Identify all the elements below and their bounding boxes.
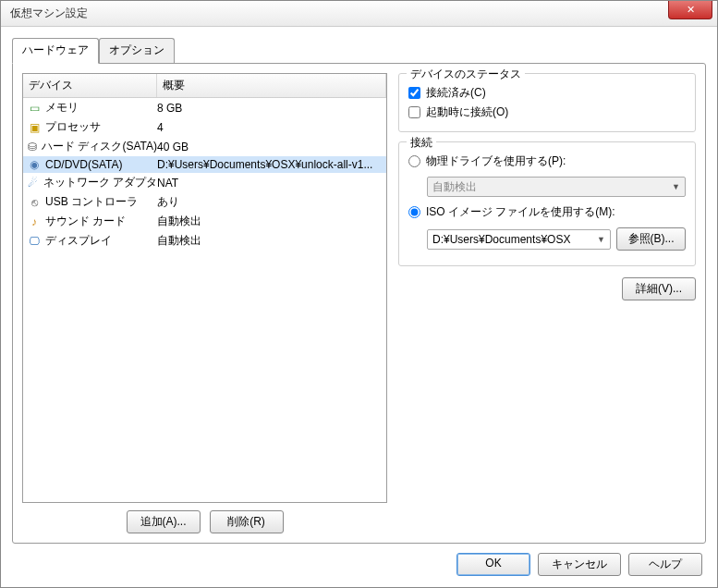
device-summary: D:¥Users¥Documents¥OSX¥unlock-all-v1... <box>157 158 386 171</box>
table-row[interactable]: ☄ネットワーク アダプタNAT <box>23 173 386 192</box>
tab-content: デバイス 概要 ▭メモリ8 GB▣プロセッサ4⛁ハード ディスク(SATA)40… <box>12 63 706 544</box>
device-summary: 40 GB <box>157 141 386 153</box>
cancel-button[interactable]: キャンセル <box>538 553 621 576</box>
device-name: ディスプレイ <box>45 233 112 249</box>
right-panel: デバイスのステータス 接続済み(C) 起動時に接続(O) 接続 物理ドライブを使… <box>398 73 696 533</box>
device-list-header: デバイス 概要 <box>23 74 386 98</box>
connected-label: 接続済み(C) <box>426 85 486 101</box>
device-name: CD/DVD(SATA) <box>45 158 123 171</box>
device-summary: あり <box>157 194 386 210</box>
ok-button[interactable]: OK <box>456 553 530 576</box>
tab-options[interactable]: オプション <box>99 38 175 63</box>
connection-legend: 接続 <box>407 135 436 151</box>
display-icon: 🖵 <box>27 235 42 248</box>
browse-button[interactable]: 参照(B)... <box>616 227 686 251</box>
device-name: プロセッサ <box>45 119 101 135</box>
network-icon: ☄ <box>27 177 40 190</box>
use-physical-radio[interactable] <box>408 155 420 167</box>
device-name: USB コントローラ <box>45 194 138 210</box>
device-summary: 4 <box>157 121 386 134</box>
table-row[interactable]: 🖵ディスプレイ自動検出 <box>23 231 386 251</box>
left-panel: デバイス 概要 ▭メモリ8 GB▣プロセッサ4⛁ハード ディスク(SATA)40… <box>22 73 387 533</box>
device-status-legend: デバイスのステータス <box>407 67 525 82</box>
iso-path-select[interactable]: D:¥Users¥Documents¥OSX ▼ <box>427 229 611 250</box>
sound-icon: ♪ <box>27 215 42 228</box>
connect-poweron-checkbox[interactable] <box>408 106 420 118</box>
physical-drive-sub: 自動検出 ▼ <box>427 177 686 197</box>
hdd-icon: ⛁ <box>27 141 38 153</box>
physical-drive-value: 自動検出 <box>432 179 477 195</box>
close-icon: ✕ <box>687 4 695 16</box>
connect-poweron-check-row[interactable]: 起動時に接続(O) <box>408 103 686 122</box>
close-button[interactable]: ✕ <box>668 1 712 19</box>
device-summary: NAT <box>157 177 386 190</box>
use-physical-label: 物理ドライブを使用する(P): <box>426 153 566 169</box>
connection-group: 接続 物理ドライブを使用する(P): 自動検出 ▼ ISO イメージ ファイルを… <box>398 141 696 266</box>
iso-path-value: D:¥Users¥Documents¥OSX <box>432 233 570 246</box>
device-list[interactable]: デバイス 概要 ▭メモリ8 GB▣プロセッサ4⛁ハード ディスク(SATA)40… <box>22 73 387 503</box>
dialog-body: ハードウェア オプション デバイス 概要 ▭メモリ8 GB▣プロセッサ4⛁ハード… <box>1 27 717 587</box>
connected-check-row[interactable]: 接続済み(C) <box>408 83 686 103</box>
col-header-summary[interactable]: 概要 <box>157 74 386 97</box>
col-header-device[interactable]: デバイス <box>23 74 157 97</box>
chevron-down-icon: ▼ <box>597 235 605 244</box>
device-status-group: デバイスのステータス 接続済み(C) 起動時に接続(O) <box>398 73 696 132</box>
window-title: 仮想マシン設定 <box>10 6 88 21</box>
table-row[interactable]: ◉CD/DVD(SATA)D:¥Users¥Documents¥OSX¥unlo… <box>23 156 386 173</box>
table-row[interactable]: ▣プロセッサ4 <box>23 117 386 137</box>
device-name: メモリ <box>45 100 79 116</box>
chevron-down-icon: ▼ <box>672 182 680 191</box>
device-name: ネットワーク アダプタ <box>43 175 157 190</box>
connected-checkbox[interactable] <box>408 87 420 99</box>
physical-drive-select[interactable]: 自動検出 ▼ <box>427 177 686 197</box>
device-name: ハード ディスク(SATA) <box>42 139 157 154</box>
cd-icon: ◉ <box>27 158 42 171</box>
table-row[interactable]: ⎋USB コントローラあり <box>23 192 386 212</box>
advanced-row: 詳細(V)... <box>398 277 696 300</box>
add-button[interactable]: 追加(A)... <box>127 510 201 533</box>
use-iso-label: ISO イメージ ファイルを使用する(M): <box>426 204 615 220</box>
device-summary: 自動検出 <box>157 233 386 249</box>
connect-poweron-label: 起動時に接続(O) <box>426 104 508 120</box>
iso-sub: D:¥Users¥Documents¥OSX ▼ 参照(B)... <box>427 227 686 251</box>
table-row[interactable]: ▭メモリ8 GB <box>23 98 386 117</box>
advanced-button[interactable]: 詳細(V)... <box>622 277 696 300</box>
remove-button[interactable]: 削除(R) <box>210 510 284 533</box>
cpu-icon: ▣ <box>27 121 42 134</box>
usb-icon: ⎋ <box>27 196 42 209</box>
device-name: サウンド カード <box>45 214 126 229</box>
table-row[interactable]: ♪サウンド カード自動検出 <box>23 212 386 231</box>
device-summary: 自動検出 <box>157 214 386 229</box>
use-iso-row[interactable]: ISO イメージ ファイルを使用する(M): <box>408 202 686 222</box>
memory-icon: ▭ <box>27 102 42 115</box>
use-physical-row[interactable]: 物理ドライブを使用する(P): <box>408 152 686 171</box>
use-iso-radio[interactable] <box>408 206 420 218</box>
tabs: ハードウェア オプション <box>12 38 706 63</box>
device-summary: 8 GB <box>157 102 386 115</box>
help-button[interactable]: ヘルプ <box>628 553 702 576</box>
table-row[interactable]: ⛁ハード ディスク(SATA)40 GB <box>23 137 386 156</box>
left-buttons: 追加(A)... 削除(R) <box>22 510 387 533</box>
bottom-buttons: OK キャンセル ヘルプ <box>12 544 706 576</box>
tab-hardware[interactable]: ハードウェア <box>12 38 99 64</box>
titlebar: 仮想マシン設定 ✕ <box>1 1 717 27</box>
